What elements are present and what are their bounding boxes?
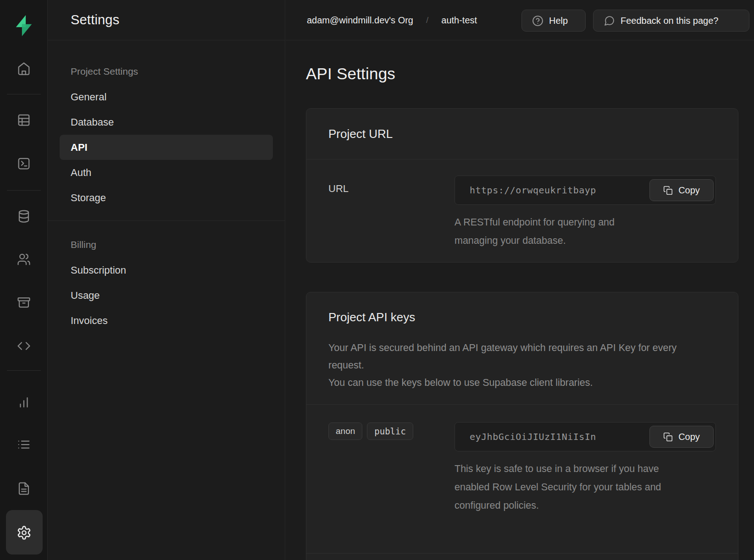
sidebar-item-subscription[interactable]: Subscription: [60, 258, 273, 283]
page-title: API Settings: [306, 65, 395, 83]
copy-icon: [663, 432, 673, 442]
project-api-keys-card: Project API keys Your API is secured beh…: [306, 292, 738, 560]
home-icon[interactable]: [15, 60, 33, 78]
breadcrumb-org[interactable]: adam@windmill.dev's Org: [307, 15, 413, 26]
anon-key-value: eyJhbGciOiJIUzI1NiIsIn: [455, 431, 596, 442]
top-bar: adam@windmill.dev's Org / auth-test Help…: [286, 0, 754, 40]
breadcrumb: adam@windmill.dev's Org / auth-test: [307, 0, 477, 40]
api-keys-description-line1: Your API is secured behind an API gatewa…: [328, 339, 677, 374]
project-url-value: https://orwqeukritbayp: [455, 185, 596, 196]
feedback-button-label: Feedback on this page?: [621, 16, 719, 26]
key-badges: anon public: [328, 422, 455, 515]
card-divider: [306, 553, 738, 554]
rail-divider: [7, 370, 41, 371]
help-circle-icon: [532, 15, 543, 27]
copy-url-label: Copy: [678, 185, 700, 196]
main-content: adam@windmill.dev's Org / auth-test Help…: [286, 0, 754, 560]
copy-url-button[interactable]: Copy: [649, 179, 714, 201]
edge-functions-icon[interactable]: [15, 337, 33, 355]
rail-divider: [7, 94, 41, 94]
table-editor-icon[interactable]: [15, 111, 33, 129]
copy-key-button[interactable]: Copy: [649, 426, 714, 448]
api-docs-icon[interactable]: [15, 479, 33, 498]
sidebar-item-api[interactable]: API: [60, 135, 273, 160]
project-url-description: A RESTful endpoint for querying and mana…: [455, 213, 647, 250]
speech-bubble-icon: [604, 15, 615, 27]
icon-rail: [0, 0, 48, 560]
project-url-card: Project URL URL https://orwqeukritbayp C…: [306, 108, 738, 263]
sidebar-item-database[interactable]: Database: [60, 110, 273, 135]
rail-divider: [7, 190, 41, 191]
reports-icon[interactable]: [15, 393, 33, 412]
sql-editor-icon[interactable]: [15, 154, 33, 173]
project-settings-gear-icon[interactable]: [15, 523, 33, 542]
anon-key-description: This key is safe to use in a browser if …: [455, 460, 663, 515]
supabase-logo[interactable]: [13, 12, 34, 39]
settings-sidebar: Settings Project Settings General Databa…: [48, 0, 285, 560]
sidebar-group-billing: Billing: [71, 232, 285, 258]
help-button-label: Help: [549, 16, 568, 26]
logs-icon[interactable]: [15, 435, 33, 454]
sidebar-divider: [48, 220, 285, 221]
anon-badge: anon: [328, 423, 362, 440]
sidebar-item-auth[interactable]: Auth: [60, 160, 273, 185]
breadcrumb-project[interactable]: auth-test: [441, 15, 477, 26]
url-row-label: URL: [328, 176, 455, 250]
sidebar-item-usage[interactable]: Usage: [60, 283, 273, 308]
feedback-button[interactable]: Feedback on this page?: [593, 10, 749, 32]
sidebar-header: Settings: [48, 0, 285, 40]
anon-key-field[interactable]: eyJhbGciOiJIUzI1NiIsIn Copy: [455, 422, 716, 451]
project-url-card-title: Project URL: [328, 127, 716, 141]
project-url-field[interactable]: https://orwqeukritbayp Copy: [455, 176, 716, 205]
api-keys-description-line2: You can use the keys below to use Supaba…: [328, 374, 677, 391]
auth-users-icon[interactable]: [15, 250, 33, 269]
api-keys-card-title: Project API keys: [328, 310, 716, 324]
database-icon[interactable]: [15, 207, 33, 225]
copy-key-label: Copy: [678, 432, 700, 442]
storage-icon[interactable]: [15, 293, 33, 312]
sidebar-group-project-settings: Project Settings: [71, 59, 285, 84]
copy-icon: [663, 186, 673, 195]
sidebar-item-storage[interactable]: Storage: [60, 185, 273, 210]
sidebar-title: Settings: [71, 12, 119, 27]
breadcrumb-separator: /: [426, 15, 428, 25]
help-button[interactable]: Help: [521, 10, 586, 32]
sidebar-item-general[interactable]: General: [60, 84, 273, 110]
sidebar-item-invoices[interactable]: Invoices: [60, 308, 273, 333]
public-badge: public: [367, 423, 413, 440]
